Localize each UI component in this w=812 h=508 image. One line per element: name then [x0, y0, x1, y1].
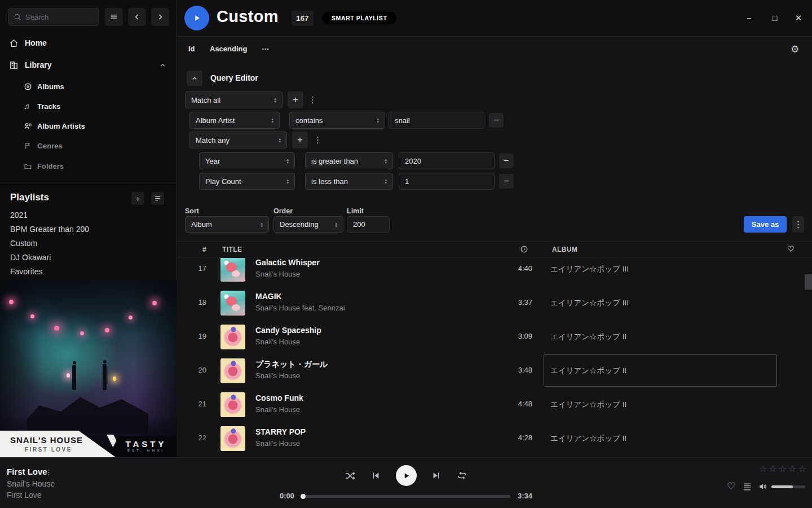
duration-column-clock-icon[interactable]: [520, 245, 528, 253]
playlist-item-custom[interactable]: Custom: [10, 237, 37, 249]
minimize-button[interactable]: −: [743, 12, 754, 24]
add-group-rule-button[interactable]: +: [292, 132, 308, 148]
add-playlist-button[interactable]: +: [131, 192, 144, 205]
sidebar-item-home[interactable]: Home: [0, 35, 176, 51]
play-playlist-button[interactable]: [184, 6, 209, 30]
previous-button[interactable]: [370, 470, 382, 482]
table-row[interactable]: 20 プラネット・ガール Snail's House 3:48 エイリアン☆ポッ…: [177, 354, 812, 388]
genres-icon: [24, 142, 32, 150]
playlist-item-2021[interactable]: 2021: [10, 209, 28, 221]
remove-group-rule2-button[interactable]: −: [499, 174, 514, 189]
elapsed-time: 0:00: [271, 492, 294, 500]
star-icon[interactable]: ☆: [788, 464, 798, 474]
column-index[interactable]: #: [177, 246, 206, 253]
forward-button[interactable]: [151, 8, 169, 26]
select-arrows-icon: ▴▾: [279, 137, 281, 143]
playlist-item-dj-okawari[interactable]: DJ Okawari: [10, 251, 51, 264]
scrollbar-thumb[interactable]: [805, 274, 812, 290]
gear-icon[interactable]: ⚙: [791, 43, 799, 55]
favorite-column-heart-icon[interactable]: ♡: [787, 244, 795, 253]
collapse-query-editor-button[interactable]: [187, 71, 202, 86]
sidebar-item-library[interactable]: Library: [0, 57, 176, 73]
root-match-select[interactable]: Match all ▴▾: [185, 91, 283, 108]
add-rule-button[interactable]: +: [288, 91, 303, 108]
save-menu-icon[interactable]: ⋮: [792, 216, 804, 233]
shuffle-button[interactable]: [344, 470, 356, 482]
save-as-button[interactable]: Save as: [744, 216, 787, 233]
sidebar-item-albums[interactable]: Albums: [0, 79, 176, 94]
collapse-library-icon[interactable]: [159, 62, 166, 69]
table-row[interactable]: 21 Cosmo Funk Snail's House 4:48 エイリアン☆ポ…: [177, 388, 812, 422]
track-artist: Snail's House: [255, 371, 300, 380]
remove-group-rule1-button[interactable]: −: [499, 154, 514, 168]
playlist-list-button[interactable]: [151, 192, 164, 205]
playlist-item-bpm[interactable]: BPM Greater than 200: [10, 223, 89, 235]
menu-button[interactable]: [105, 8, 123, 26]
repeat-button[interactable]: [456, 470, 469, 482]
sort-select[interactable]: Album ▴▾: [185, 216, 269, 233]
select-arrows-icon: ▴▾: [335, 222, 337, 227]
group-rule2-operator-select[interactable]: is less than ▴▾: [305, 173, 393, 190]
group-rule1-value-input[interactable]: [399, 152, 495, 169]
rating-stars[interactable]: ☆☆☆☆☆: [759, 463, 808, 474]
now-playing-album[interactable]: First Love: [7, 491, 41, 500]
maximize-button[interactable]: □: [769, 12, 780, 24]
group-menu-icon[interactable]: ⋮: [314, 135, 322, 144]
queue-icon[interactable]: [743, 483, 752, 491]
favorite-heart-icon[interactable]: ♡: [727, 480, 735, 492]
select-value: Album: [191, 220, 212, 229]
track-duration: 4:48: [482, 400, 532, 408]
close-button[interactable]: ✕: [793, 12, 804, 24]
table-row[interactable]: 22 STARRY POP Snail's House 4:28 エイリアン☆ポ…: [177, 422, 812, 455]
playlist-item-favorites[interactable]: Favorites: [10, 265, 43, 278]
play-pause-button[interactable]: [396, 465, 417, 486]
rule-value-input[interactable]: [389, 112, 484, 129]
select-arrows-icon: ▴▾: [385, 178, 387, 184]
sidebar-item-folders[interactable]: Folders: [0, 159, 176, 173]
track-duration: 3:37: [482, 298, 532, 306]
seek-handle[interactable]: [301, 494, 306, 499]
group-match-select[interactable]: Match any ▴▾: [189, 132, 287, 148]
next-button[interactable]: [430, 470, 443, 482]
star-icon[interactable]: ☆: [769, 464, 778, 474]
track-duration: 4:28: [482, 433, 532, 442]
sidebar-item-genres[interactable]: Genres: [0, 138, 176, 153]
figure-silhouette: [103, 364, 107, 390]
remove-rule-button[interactable]: −: [489, 113, 504, 128]
order-label: Order: [273, 207, 293, 215]
sort-order-button[interactable]: Ascending: [210, 45, 247, 53]
search-input[interactable]: [25, 13, 87, 21]
select-arrows-icon: ▴▾: [286, 178, 289, 184]
column-title[interactable]: TITLE: [222, 246, 242, 253]
star-icon[interactable]: ☆: [779, 464, 788, 474]
star-icon[interactable]: ☆: [798, 464, 807, 474]
track-artist: Snail's House: [255, 439, 300, 448]
table-row[interactable]: 17 Galactic Whisper Snail's House 4:40 エ…: [177, 258, 812, 286]
group-rule2-value-input[interactable]: [399, 173, 495, 190]
sort-label: Sort: [185, 207, 199, 215]
rule-menu-icon[interactable]: ⋮: [308, 95, 317, 104]
sort-field-button[interactable]: Id: [188, 45, 195, 53]
sidebar-item-tracks[interactable]: ♫ Tracks: [0, 99, 176, 113]
table-row[interactable]: 19 Candy Spaceship Snail's House 3:09 エイ…: [177, 320, 812, 354]
search-box[interactable]: [8, 8, 99, 26]
group-rule1-operator-select[interactable]: is greater than ▴▾: [305, 152, 393, 169]
table-row[interactable]: 18 MAGIK Snail's House feat. Sennzai 3:3…: [177, 286, 812, 320]
track-title: Cosmo Funk: [255, 393, 303, 402]
limit-input[interactable]: [347, 216, 390, 233]
volume-slider[interactable]: [771, 485, 805, 488]
track-album: エイリアン☆ポップ II: [550, 400, 626, 410]
volume-icon[interactable]: [758, 482, 767, 491]
sidebar-item-album-artists[interactable]: Album Artists: [0, 119, 176, 133]
column-album[interactable]: ALBUM: [552, 246, 577, 253]
rule-operator-select[interactable]: contains ▴▾: [289, 112, 385, 129]
rule-field-select[interactable]: Album Artist ▴▾: [189, 112, 280, 129]
back-button[interactable]: [128, 8, 146, 26]
star-icon[interactable]: ☆: [759, 464, 769, 474]
more-options-icon[interactable]: ⋯: [262, 45, 270, 53]
order-select[interactable]: Descending ▴▾: [273, 216, 343, 233]
group-rule2-field-select[interactable]: Play Count ▴▾: [199, 173, 295, 190]
group-rule1-field-select[interactable]: Year ▴▾: [199, 152, 295, 169]
seek-slider[interactable]: [302, 495, 510, 498]
label-banner: TASTY EST. MMXI: [108, 436, 176, 457]
